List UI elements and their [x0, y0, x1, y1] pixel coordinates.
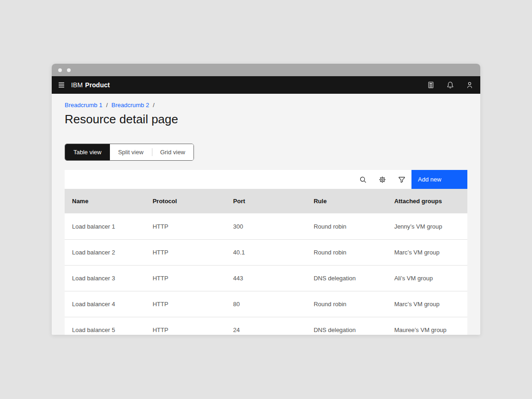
view-switcher: Table view Split view Grid view	[65, 144, 194, 161]
column-header-protocol: Protocol	[145, 189, 225, 213]
table-row[interactable]: Load balancer 4 HTTP 80 Round robin Marc…	[65, 291, 467, 317]
browser-chrome-bar	[52, 64, 480, 76]
cell-protocol: HTTP	[145, 240, 225, 265]
cell-name: Load balancer 1	[65, 213, 145, 239]
search-icon	[359, 176, 367, 183]
tab-table-view[interactable]: Table view	[65, 144, 110, 160]
cell-attached-groups: Jenny’s VM group	[387, 213, 467, 239]
page-title: Resource detail page	[65, 112, 467, 126]
cell-protocol: HTTP	[145, 213, 225, 239]
brand-prefix: IBM	[71, 81, 83, 89]
cell-port: 443	[226, 266, 306, 291]
cell-rule: Round robin	[306, 213, 387, 239]
window-control-dot	[67, 68, 71, 72]
column-header-attached-groups: Attached groups	[387, 189, 467, 213]
user-avatar-icon	[466, 81, 473, 89]
settings-button[interactable]	[373, 170, 392, 189]
tab-split-view[interactable]: Split view	[110, 144, 152, 160]
app-header: IBMProduct	[52, 76, 480, 94]
table-row[interactable]: Load balancer 1 HTTP 300 Round robin Jen…	[65, 213, 467, 239]
browser-window-mockup: IBMProduct	[52, 64, 480, 335]
table-header-row: Name Protocol Port Rule Attached groups	[65, 189, 467, 213]
cell-rule: Round robin	[306, 291, 387, 317]
filter-button[interactable]	[392, 170, 411, 189]
cell-port: 40.1	[226, 240, 306, 265]
window-control-dot	[58, 68, 62, 72]
menu-icon	[58, 81, 65, 89]
cell-port: 80	[226, 291, 306, 317]
cell-name: Load balancer 2	[65, 240, 145, 265]
search-button[interactable]	[353, 170, 373, 189]
settings-gear-icon	[379, 176, 386, 183]
column-header-port: Port	[226, 189, 306, 213]
cell-attached-groups: Mauree’s VM group	[387, 317, 467, 335]
breadcrumb-separator: /	[153, 102, 155, 109]
cell-protocol: HTTP	[145, 291, 225, 317]
cell-rule: DNS delegation	[306, 317, 387, 335]
cell-attached-groups: Marc’s VM group	[387, 291, 467, 317]
cell-port: 24	[226, 317, 306, 335]
cell-protocol: HTTP	[145, 317, 225, 335]
breadcrumb-separator: /	[106, 102, 108, 109]
cell-name: Load balancer 5	[65, 317, 145, 335]
load-balancer-table: Name Protocol Port Rule Attached groups …	[65, 189, 467, 335]
breadcrumb-link-2[interactable]: Breadcrumb 2	[111, 102, 149, 109]
cell-name: Load balancer 4	[65, 291, 145, 317]
cell-protocol: HTTP	[145, 266, 225, 291]
table-row[interactable]: Load balancer 3 HTTP 443 DNS delegation …	[65, 265, 467, 291]
cell-rule: Round robin	[306, 240, 387, 265]
table-row[interactable]: Load balancer 2 HTTP 40.1 Round robin Ma…	[65, 239, 467, 265]
table-row[interactable]: Load balancer 5 HTTP 24 DNS delegation M…	[65, 317, 467, 335]
page-content: Breadcrumb 1 / Breadcrumb 2 / Resource d…	[52, 94, 480, 335]
cell-name: Load balancer 3	[65, 266, 145, 291]
filter-funnel-icon	[398, 176, 405, 183]
data-table-icon	[427, 81, 435, 89]
notifications-button[interactable]	[441, 76, 460, 94]
cell-attached-groups: Ali’s VM group	[387, 266, 467, 291]
brand: IBMProduct	[71, 81, 110, 89]
user-button[interactable]	[460, 76, 479, 94]
cell-port: 300	[226, 213, 306, 239]
cell-attached-groups: Marc’s VM group	[387, 240, 467, 265]
notification-bell-icon	[447, 81, 454, 89]
table-toolbar: Add new	[65, 170, 467, 189]
cell-rule: DNS delegation	[306, 266, 387, 291]
brand-name: Product	[85, 81, 110, 89]
breadcrumb-link-1[interactable]: Breadcrumb 1	[65, 102, 103, 109]
column-header-rule: Rule	[306, 189, 387, 213]
add-new-button[interactable]: Add new	[411, 170, 467, 189]
column-header-name: Name	[65, 189, 145, 213]
data-table-button[interactable]	[421, 76, 441, 94]
breadcrumb: Breadcrumb 1 / Breadcrumb 2 /	[65, 102, 467, 109]
menu-button[interactable]	[52, 76, 71, 94]
tab-grid-view[interactable]: Grid view	[152, 144, 193, 160]
